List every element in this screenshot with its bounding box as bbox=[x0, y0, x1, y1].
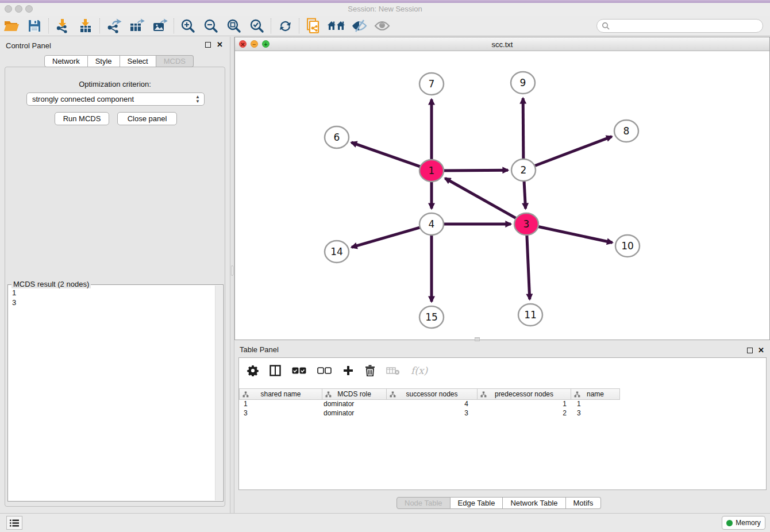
memory-label: Memory bbox=[736, 519, 760, 527]
mcds-result-title: MCDS result (2 nodes) bbox=[11, 280, 91, 288]
tab-style[interactable]: Style bbox=[88, 55, 120, 67]
table-cell[interactable]: 2 bbox=[478, 409, 571, 418]
column-header-MCDS-role[interactable]: MCDS role bbox=[322, 388, 387, 400]
session-title: Session: New Session bbox=[0, 5, 770, 13]
import-network-icon[interactable] bbox=[51, 17, 74, 34]
graph-edge-1-6[interactable] bbox=[351, 142, 421, 167]
table-cell[interactable]: 3 bbox=[387, 409, 478, 418]
graph-node-label-7: 7 bbox=[429, 78, 435, 90]
unselect-all-columns-icon[interactable] bbox=[317, 367, 332, 374]
graph-node-label-2: 2 bbox=[521, 164, 527, 176]
task-history-button[interactable] bbox=[6, 516, 22, 530]
network-window-title: scc.txt bbox=[235, 40, 769, 49]
apply-layout-icon[interactable] bbox=[274, 17, 297, 34]
graph-edge-2-3[interactable] bbox=[524, 181, 526, 209]
table-cell[interactable]: 4 bbox=[387, 400, 478, 409]
control-panel-float-icon[interactable] bbox=[205, 42, 211, 48]
table-cell[interactable]: 3 bbox=[571, 409, 620, 418]
column-header-name[interactable]: name bbox=[571, 388, 620, 400]
panel-divider[interactable] bbox=[230, 37, 234, 513]
search-icon bbox=[602, 22, 610, 30]
table-settings-gear-icon[interactable] bbox=[247, 365, 259, 376]
control-panel-tabs: Network Style Select MCDS bbox=[44, 55, 194, 67]
table-tabs: Node Table Edge Table Network Table Moti… bbox=[396, 497, 601, 509]
table-panel-close-icon[interactable]: ✕ bbox=[758, 346, 764, 354]
attribute-type-icon bbox=[242, 391, 249, 398]
mcds-result-group: MCDS result (2 nodes) 1 3 bbox=[7, 284, 224, 502]
zoom-selected-icon[interactable] bbox=[245, 17, 268, 34]
tab-mcds[interactable]: MCDS bbox=[156, 55, 194, 67]
network-window-titlebar[interactable]: ✕ − + scc.txt bbox=[235, 37, 769, 51]
select-all-columns-icon[interactable] bbox=[292, 367, 306, 374]
export-network-icon[interactable] bbox=[102, 17, 125, 34]
graph-edge-4-14[interactable] bbox=[352, 227, 421, 247]
memory-button[interactable]: Memory bbox=[722, 516, 765, 530]
column-header-label: successor nodes bbox=[406, 390, 457, 398]
graph-edge-3-11[interactable] bbox=[527, 235, 530, 299]
function-builder-icon-disabled: f(x) bbox=[411, 365, 428, 376]
show-columns-icon[interactable] bbox=[270, 365, 281, 376]
new-network-from-selection-icon[interactable] bbox=[302, 17, 325, 34]
delete-row-trash-icon[interactable] bbox=[365, 365, 375, 376]
graph-edge-1-2[interactable] bbox=[442, 170, 508, 171]
search-box[interactable] bbox=[596, 19, 763, 33]
graph-edge-2-8[interactable] bbox=[534, 137, 612, 167]
table-panel-title: Table Panel bbox=[240, 345, 279, 354]
control-panel-close-icon[interactable]: ✕ bbox=[217, 40, 223, 49]
save-session-icon[interactable] bbox=[23, 17, 46, 34]
network-graph-canvas[interactable]: 7968124314101511 bbox=[235, 51, 769, 340]
table-row[interactable]: 3dominator323 bbox=[239, 409, 766, 418]
tab-edge-table[interactable]: Edge Table bbox=[451, 497, 503, 509]
toolbar-separator bbox=[299, 18, 299, 33]
graph-edge-3-10[interactable] bbox=[537, 226, 613, 242]
table-row[interactable]: 1dominator411 bbox=[239, 400, 766, 409]
tab-network[interactable]: Network bbox=[44, 55, 88, 67]
zoom-in-icon[interactable] bbox=[176, 17, 199, 34]
tab-network-table[interactable]: Network Table bbox=[503, 497, 565, 509]
column-header-shared-name[interactable]: shared name bbox=[239, 388, 322, 400]
add-row-icon[interactable] bbox=[342, 365, 354, 376]
task-list-icon bbox=[10, 519, 19, 527]
search-input[interactable] bbox=[610, 22, 763, 30]
graph-node-label-1: 1 bbox=[429, 165, 435, 176]
optimization-criterion-label: Optimization criterion: bbox=[5, 80, 225, 88]
table-panel-float-icon[interactable] bbox=[747, 348, 753, 353]
table-cell[interactable]: dominator bbox=[322, 400, 387, 409]
divider-grip-handle[interactable] bbox=[231, 265, 233, 276]
toolbar-separator bbox=[99, 18, 100, 33]
hide-selected-icon[interactable] bbox=[348, 17, 371, 34]
column-header-label: name bbox=[587, 390, 604, 398]
toolbar-separator bbox=[271, 18, 271, 33]
export-table-icon[interactable] bbox=[125, 17, 148, 34]
table-cell[interactable]: dominator bbox=[322, 409, 387, 418]
tab-select[interactable]: Select bbox=[120, 55, 156, 67]
close-panel-button[interactable]: Close panel bbox=[117, 112, 177, 125]
table-cell[interactable]: 3 bbox=[239, 409, 322, 418]
graph-node-label-3: 3 bbox=[523, 218, 530, 230]
column-header-successor-nodes[interactable]: successor nodes bbox=[387, 388, 478, 400]
tab-motifs[interactable]: Motifs bbox=[566, 497, 602, 509]
import-table-icon[interactable] bbox=[74, 17, 97, 34]
memory-status-icon bbox=[726, 520, 733, 526]
result-scrollbar[interactable] bbox=[215, 286, 222, 500]
tab-node-table[interactable]: Node Table bbox=[396, 497, 451, 509]
first-neighbors-icon[interactable] bbox=[325, 17, 348, 34]
table-cell[interactable]: 1 bbox=[571, 400, 620, 409]
attribute-type-icon bbox=[574, 391, 580, 398]
window-resize-grip[interactable] bbox=[475, 337, 480, 341]
zoom-out-icon[interactable] bbox=[199, 17, 222, 34]
table-cell[interactable]: 1 bbox=[478, 400, 571, 409]
run-mcds-button[interactable]: Run MCDS bbox=[55, 112, 109, 125]
graph-edge-2-9[interactable] bbox=[523, 98, 523, 159]
zoom-fit-icon[interactable] bbox=[222, 17, 245, 34]
export-image-icon[interactable] bbox=[148, 17, 171, 34]
open-file-icon[interactable] bbox=[0, 17, 23, 34]
graph-edge-3-1[interactable] bbox=[445, 178, 517, 218]
column-header-label: shared name bbox=[260, 390, 301, 398]
mcds-panel: Optimization criterion: strongly connect… bbox=[5, 67, 225, 507]
column-header-predecessor-nodes[interactable]: predecessor nodes bbox=[478, 388, 571, 400]
table-cell[interactable]: 1 bbox=[239, 400, 322, 409]
optimization-criterion-select[interactable]: strongly connected component ▲▼ bbox=[26, 92, 205, 106]
attribute-type-icon bbox=[325, 391, 332, 398]
delete-column-icon-disabled bbox=[386, 366, 400, 375]
